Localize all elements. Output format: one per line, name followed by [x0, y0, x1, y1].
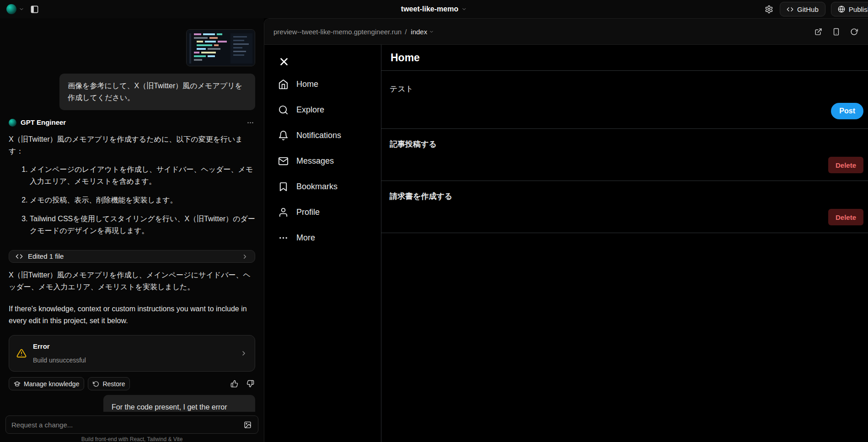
- workspace-menu-button[interactable]: [5, 3, 25, 15]
- top-bar: tweet-like-memo GitHub Publi: [0, 0, 868, 18]
- delete-button[interactable]: Delete: [828, 157, 863, 173]
- preview-url-separator: /: [405, 28, 407, 36]
- chevron-right-icon: [240, 350, 247, 357]
- code-icon: [16, 253, 23, 260]
- step-item: Tailwind CSSを使用してスタイリングを行い、X（旧Twitter）のダ…: [30, 213, 255, 237]
- gpt-engineer-logo: [6, 4, 16, 14]
- assistant-intro: X（旧Twitter）風のメモアプリを作成するために、以下の変更を行います：: [9, 133, 255, 157]
- publish-button[interactable]: Publish: [831, 2, 868, 16]
- app-sidebar: Home Explore Notifications: [264, 45, 381, 442]
- settings-button[interactable]: [764, 4, 774, 15]
- sidebar-item-profile[interactable]: Profile: [278, 199, 381, 225]
- project-switcher[interactable]: tweet-like-memo: [401, 0, 467, 18]
- chat-footer-note: Build front-end with React, Tailwind & V…: [0, 436, 264, 442]
- mail-icon: [278, 156, 289, 166]
- mobile-view-toggle-button[interactable]: [831, 27, 841, 37]
- preview-url-domain: preview--tweet-like-memo.gptengineer.run: [273, 28, 402, 36]
- memo-row: 請求書を作成する Delete: [381, 181, 868, 233]
- thumbs-up-button[interactable]: [230, 379, 239, 389]
- user-message-text: 画像を参考にして、X（旧Twitter）風のメモアプリを作成してください。: [68, 82, 242, 101]
- step-item: メインページのレイアウトを作成し、サイドバー、ヘッダー、メモ入力エリア、メモリス…: [30, 164, 255, 187]
- preview-viewport: Home Explore Notifications: [264, 45, 868, 442]
- restore-button[interactable]: Restore: [88, 377, 130, 390]
- user-message-text: For the code present, I get the error be…: [112, 401, 247, 412]
- more-icon: [278, 233, 289, 243]
- memo-composer-input[interactable]: テスト: [390, 84, 863, 96]
- gpt-engineer-avatar: [9, 119, 16, 127]
- github-button-label: GitHub: [797, 5, 819, 13]
- sidebar-item-label: Explore: [296, 105, 324, 115]
- user-icon: [278, 207, 289, 218]
- ellipsis-icon: [246, 119, 254, 127]
- sidebar-item-explore[interactable]: Explore: [278, 97, 381, 122]
- manage-knowledge-label: Manage knowledge: [24, 380, 79, 388]
- chat-input-container: [5, 415, 258, 434]
- assistant-name: GPT Engineer: [21, 117, 66, 128]
- error-subtitle: Build unsuccessful: [33, 354, 86, 366]
- knowledge-icon: [14, 380, 21, 387]
- assistant-summary: X（旧Twitter）風のメモアプリを作成し、メインページにサイドバー、ヘッダー…: [9, 269, 255, 293]
- github-button[interactable]: GitHub: [780, 2, 825, 16]
- chevron-down-icon: [19, 6, 24, 12]
- restore-icon: [93, 381, 99, 387]
- chat-input[interactable]: [11, 421, 243, 429]
- preview-route-selector[interactable]: index: [410, 27, 435, 37]
- external-link-icon: [814, 28, 822, 36]
- memo-composer: テスト Post: [381, 71, 868, 129]
- refresh-preview-button[interactable]: [849, 27, 859, 37]
- bookmark-icon: [278, 181, 289, 192]
- thumbs-down-button[interactable]: [246, 379, 255, 389]
- project-title: tweet-like-memo: [401, 5, 458, 13]
- attachment-thumbnail[interactable]: [186, 29, 255, 66]
- bell-icon: [278, 130, 289, 141]
- open-in-new-tab-button[interactable]: [814, 27, 823, 37]
- publish-button-label: Publish: [849, 5, 868, 13]
- sidebar-toggle-button[interactable]: [29, 4, 40, 15]
- sidebar-item-label: Home: [296, 80, 318, 89]
- steps-list: メインページのレイアウトを作成し、サイドバー、ヘッダー、メモ入力エリア、メモリス…: [9, 164, 255, 244]
- preview-panel: preview--tweet-like-memo.gptengineer.run…: [264, 18, 868, 442]
- edited-file-label: Edited 1 file: [28, 250, 64, 262]
- thumbs-up-icon: [230, 380, 238, 388]
- code-icon: [787, 6, 793, 13]
- memo-row: 記事投稿する Delete: [381, 129, 868, 181]
- user-message: 画像を参考にして、X（旧Twitter）風のメモアプリを作成してください。: [59, 74, 255, 110]
- memo-text: 記事投稿する: [390, 139, 863, 149]
- app-main: Home テスト Post 記事投稿する Delete: [381, 45, 868, 442]
- user-message: For the code present, I get the error be…: [103, 395, 255, 412]
- knowledge-note: If there's knowledge, context or custom …: [9, 303, 255, 327]
- search-icon: [278, 105, 289, 115]
- thumbs-down-icon: [246, 380, 254, 388]
- sidebar-item-label: Profile: [296, 208, 320, 217]
- message-menu-button[interactable]: [246, 118, 255, 128]
- chevron-down-icon: [429, 29, 434, 34]
- sidebar-item-bookmarks[interactable]: Bookmarks: [278, 174, 381, 199]
- refresh-icon: [850, 28, 858, 36]
- home-icon: [278, 79, 289, 90]
- attach-image-button[interactable]: [243, 420, 252, 430]
- step-item: メモの投稿、表示、削除機能を実装します。: [30, 194, 255, 206]
- smartphone-icon: [832, 28, 840, 36]
- sidebar-item-label: Messages: [296, 156, 334, 166]
- post-button[interactable]: Post: [831, 103, 863, 119]
- sidebar-item-messages[interactable]: Messages: [278, 148, 381, 174]
- panel-layout-icon: [30, 5, 39, 14]
- sidebar-item-label: Notifications: [296, 131, 341, 140]
- x-logo[interactable]: [278, 52, 381, 71]
- edited-file-row[interactable]: Edited 1 file: [9, 250, 255, 263]
- memo-text: 請求書を作成する: [390, 191, 863, 202]
- sidebar-item-notifications[interactable]: Notifications: [278, 122, 381, 148]
- preview-url-bar: preview--tweet-like-memo.gptengineer.run…: [264, 19, 868, 45]
- image-icon: [244, 421, 252, 429]
- chevron-right-icon: [241, 253, 248, 260]
- app-window: tweet-like-memo GitHub Publi: [0, 0, 868, 442]
- chat-messages: 画像を参考にして、X（旧Twitter）風のメモアプリを作成してください。 GP…: [0, 18, 264, 412]
- manage-knowledge-button[interactable]: Manage knowledge: [9, 377, 84, 390]
- error-card[interactable]: Error Build unsuccessful: [9, 335, 255, 372]
- delete-button[interactable]: Delete: [828, 209, 863, 225]
- error-title: Error: [33, 341, 86, 352]
- close-icon: [278, 56, 290, 68]
- sidebar-item-home[interactable]: Home: [278, 71, 381, 97]
- sidebar-item-more[interactable]: More: [278, 225, 381, 250]
- sidebar-item-label: More: [296, 233, 315, 243]
